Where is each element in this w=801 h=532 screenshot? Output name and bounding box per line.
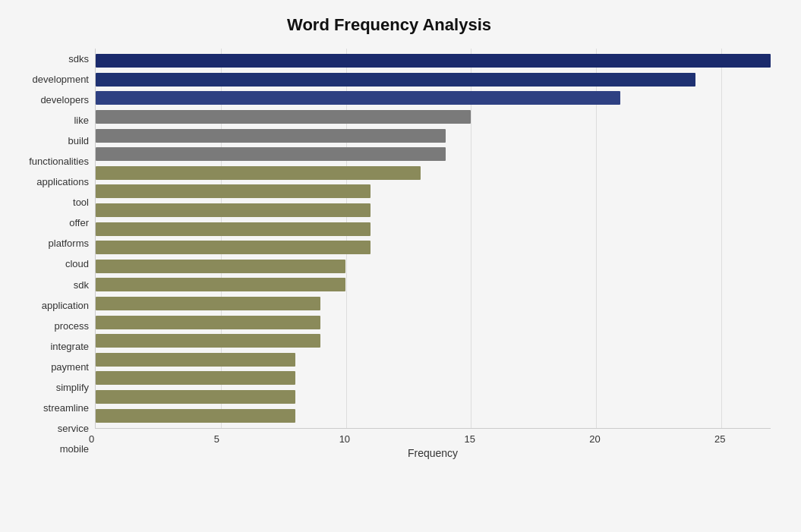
x-axis-tick-label: 20 [589,433,600,445]
bar-row [96,89,771,108]
y-axis-label: offer [8,218,89,228]
bar [96,409,295,423]
bar [96,278,345,291]
y-axis-label: cloud [8,259,89,269]
y-axis-label: process [8,321,89,331]
y-axis-label: like [8,115,89,125]
y-axis-label: applications [8,177,89,187]
bars-wrapper [96,49,771,428]
bar-row [96,52,771,71]
bar [96,260,345,273]
x-axis-tick-label: 25 [714,433,725,445]
x-axis-tick-label: 15 [464,433,475,445]
bar-row [96,369,771,388]
y-axis-label: streamline [8,403,89,413]
x-axis-tick-label: 5 [214,433,219,445]
bar-row [96,219,771,238]
x-axis-tick-label: 10 [339,433,350,445]
x-axis-labels: 0510152025 [95,429,771,444]
bar-row [96,388,771,407]
bar [96,54,771,68]
bar [96,334,320,348]
bar [96,166,421,180]
bars-section [95,49,771,429]
chart-container: Word Frequency Analysis sdksdevelopmentd… [0,0,801,532]
bar-row [96,294,771,313]
y-axis-label: tool [8,197,89,207]
x-axis-tick-label: 0 [89,433,94,445]
y-axis-label: integrate [8,342,89,351]
y-axis-label: developers [8,95,89,105]
bar [96,390,295,404]
y-axis-label: service [8,423,89,433]
bar-row [96,108,771,127]
bar-row [96,182,771,201]
y-axis-label: sdk [8,280,89,290]
bar-row [96,201,771,220]
x-axis-title: Frequency [95,447,771,459]
bar-row [96,406,771,425]
bar [96,129,446,143]
y-axis-label: simplify [8,382,89,392]
bar [96,203,371,217]
bar-row [96,257,771,276]
bar [96,147,446,161]
bar [96,73,695,87]
bars-and-xaxis: 0510152025 Frequency [95,49,771,459]
y-axis-label: sdks [8,54,89,64]
y-axis-label: platforms [8,238,89,248]
bar [96,110,471,124]
y-axis-label: functionalities [8,156,89,166]
bar-row [96,164,771,183]
bar-row [96,145,771,164]
bar [96,184,371,198]
bar [96,371,295,385]
bar-row [96,313,771,332]
bar-row [96,238,771,257]
bar-row [96,275,771,294]
chart-title: Word Frequency Analysis [8,15,771,35]
y-axis-label: build [8,136,89,146]
bar-row [96,126,771,145]
bar [96,297,320,310]
bar-row [96,71,771,90]
bar-row [96,332,771,351]
bar [96,222,371,236]
y-axis-label: application [8,301,89,310]
y-axis-labels: sdksdevelopmentdeveloperslikebuildfuncti… [8,49,95,459]
bar-row [96,351,771,370]
bar [96,316,320,329]
y-axis-label: mobile [8,444,89,454]
y-axis-label: payment [8,362,89,372]
y-axis-label: development [8,74,89,84]
bar [96,241,371,254]
bar [96,353,295,367]
bar [96,91,620,105]
chart-area: sdksdevelopmentdeveloperslikebuildfuncti… [8,49,771,459]
